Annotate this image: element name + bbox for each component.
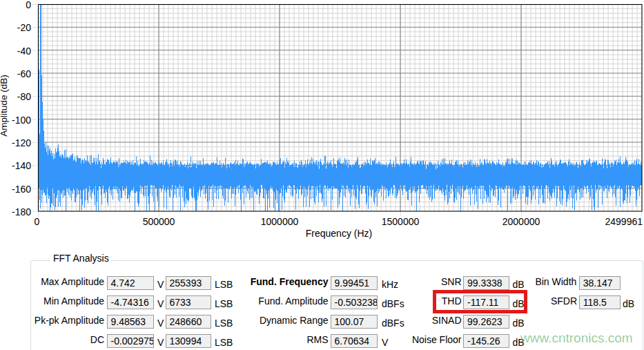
svg-text:-180: -180 xyxy=(12,206,31,217)
svg-text:1000000: 1000000 xyxy=(261,216,299,227)
svg-text:0: 0 xyxy=(26,0,31,10)
svg-text:-20: -20 xyxy=(17,22,31,33)
svg-text:500000: 500000 xyxy=(143,216,175,227)
svg-text:Frequency (Hz): Frequency (Hz) xyxy=(306,228,372,239)
svg-text:-80: -80 xyxy=(17,91,31,102)
svg-text:2499961: 2499961 xyxy=(605,216,643,227)
svg-text:-40: -40 xyxy=(17,46,31,57)
svg-text:-100: -100 xyxy=(12,115,31,126)
svg-text:-160: -160 xyxy=(12,184,31,195)
svg-text:-120: -120 xyxy=(12,137,31,148)
svg-text:2000000: 2000000 xyxy=(502,216,540,227)
svg-text:Amplitude (dB): Amplitude (dB) xyxy=(0,75,9,136)
svg-text:1500000: 1500000 xyxy=(382,216,420,227)
svg-text:-140: -140 xyxy=(12,160,31,171)
svg-text:-60: -60 xyxy=(17,68,31,79)
svg-text:0: 0 xyxy=(35,216,40,227)
